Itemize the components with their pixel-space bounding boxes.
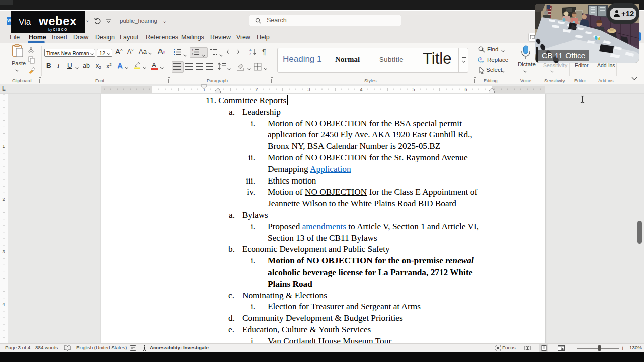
svg-text:2: 2	[255, 87, 258, 92]
svg-text:c: c	[482, 60, 484, 64]
svg-text:A: A	[249, 48, 252, 52]
svg-text:2: 2	[192, 53, 193, 55]
svg-text:1: 1	[192, 49, 193, 52]
svg-text:4: 4	[2, 302, 5, 307]
svg-text:6: 6	[464, 87, 467, 92]
svg-text:5: 5	[412, 87, 415, 92]
svg-text:1: 1	[2, 144, 5, 149]
svg-text:4: 4	[360, 87, 362, 92]
svg-text:b: b	[480, 57, 482, 60]
svg-text:Z: Z	[249, 52, 252, 56]
svg-text:3: 3	[307, 87, 310, 92]
svg-text:2: 2	[2, 197, 5, 202]
svg-text:3: 3	[2, 249, 5, 254]
